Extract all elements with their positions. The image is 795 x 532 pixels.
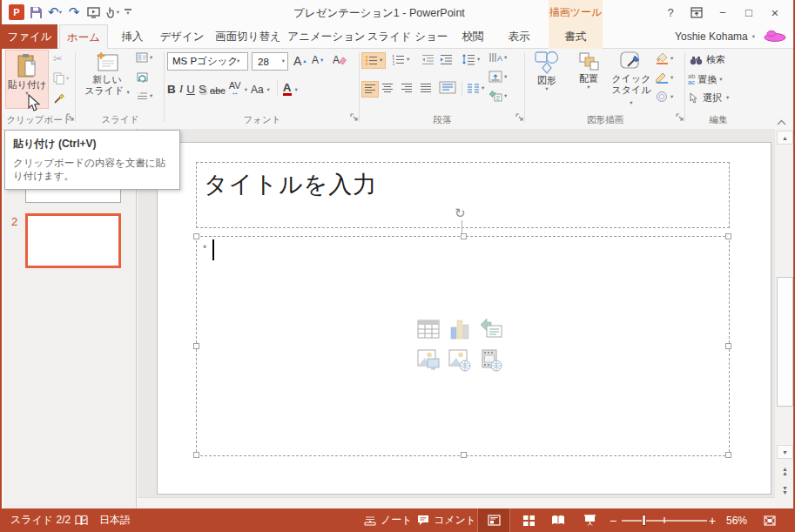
- slideshow-view-button[interactable]: [576, 508, 603, 532]
- resize-handle-mid-right[interactable]: [725, 343, 731, 349]
- section-button[interactable]: ▾: [136, 91, 152, 101]
- select-button[interactable]: 選択 ▾: [690, 92, 729, 104]
- tab-design[interactable]: デザイン: [155, 24, 209, 49]
- insert-table-icon[interactable]: [416, 317, 441, 341]
- scroll-down-button[interactable]: ▼: [777, 445, 793, 459]
- resize-handle-top-right[interactable]: [725, 233, 731, 239]
- font-name-combo[interactable]: MS Pゴシック 本文 ▾: [167, 52, 248, 71]
- close-button[interactable]: ×: [764, 3, 786, 21]
- resize-handle-bottom-left[interactable]: [193, 452, 199, 458]
- copy-button[interactable]: ▾: [53, 72, 69, 84]
- slide-indicator[interactable]: スライド 2/2: [10, 508, 71, 532]
- spell-check-icon[interactable]: [75, 508, 88, 532]
- powerpoint-logo-icon[interactable]: P: [7, 3, 26, 21]
- rotate-handle-icon[interactable]: ↻: [455, 205, 466, 221]
- resize-handle-top-center[interactable]: [461, 233, 467, 239]
- align-right-button[interactable]: [401, 83, 413, 94]
- justify-button[interactable]: [420, 83, 432, 94]
- maximize-button[interactable]: □: [738, 3, 760, 21]
- scrollbar-thumb[interactable]: [777, 277, 793, 407]
- font-size-combo[interactable]: 28 ▾: [252, 52, 288, 71]
- increase-indent-button[interactable]: [440, 54, 453, 65]
- resize-handle-top-left[interactable]: [193, 233, 199, 239]
- zoom-slider-thumb[interactable]: [642, 515, 646, 526]
- zoom-level[interactable]: 56%: [726, 508, 747, 532]
- text-direction-button[interactable]: A ▾: [488, 51, 507, 64]
- slide-canvas[interactable]: タイトルを入力 ↻ •: [157, 142, 771, 495]
- insert-chart-icon[interactable]: [448, 317, 472, 341]
- align-text-button[interactable]: ▾: [488, 71, 507, 83]
- character-spacing-button[interactable]: AV↔: [229, 82, 241, 96]
- next-slide-button[interactable]: ▼▼: [782, 486, 788, 495]
- undo-icon[interactable]: ↶▾: [45, 3, 64, 21]
- clipboard-dialog-launcher-icon[interactable]: [66, 109, 74, 125]
- bullets-button[interactable]: ▾: [361, 52, 386, 69]
- cut-button[interactable]: ✂: [53, 52, 63, 65]
- numbering-button[interactable]: ▾: [392, 54, 409, 65]
- quick-styles-button[interactable]: クイック スタイル ▾: [611, 51, 651, 111]
- slide-sorter-view-button[interactable]: [515, 508, 542, 532]
- shape-effects-button[interactable]: ▾: [655, 91, 673, 103]
- font-size-caret-icon[interactable]: ▾: [282, 58, 285, 64]
- font-dialog-launcher-icon[interactable]: [350, 109, 358, 125]
- format-painter-button[interactable]: [53, 92, 65, 104]
- layout-button[interactable]: ▾: [136, 52, 152, 63]
- new-slide-button[interactable]: 新しい スライド ▾: [82, 50, 132, 112]
- zoom-out-button[interactable]: −: [610, 508, 616, 532]
- qat-customize-icon[interactable]: ▾: [122, 3, 134, 21]
- tab-review[interactable]: 校閲: [449, 24, 496, 49]
- fit-slide-to-window-button[interactable]: [763, 508, 777, 532]
- shape-outline-button[interactable]: ▾: [655, 71, 673, 84]
- paragraph-dialog-launcher-icon[interactable]: [515, 109, 523, 125]
- tab-animations[interactable]: アニメーション: [287, 24, 366, 49]
- text-shadow-button[interactable]: S: [199, 83, 206, 96]
- strikethrough-button[interactable]: abc: [210, 85, 226, 96]
- notes-button[interactable]: ノート: [364, 508, 413, 532]
- resize-handle-bottom-right[interactable]: [725, 452, 731, 458]
- convert-to-smartart-button[interactable]: ▾: [488, 90, 507, 102]
- shapes-button[interactable]: 図形 ▾: [528, 51, 566, 111]
- tab-slideshow[interactable]: スライド ショー: [366, 24, 449, 49]
- bold-button[interactable]: B: [167, 83, 176, 96]
- font-name-caret-icon[interactable]: ▾: [237, 58, 239, 64]
- vertical-scrollbar[interactable]: ▲ ▼ ▲▲ ▼▼: [775, 129, 795, 508]
- shape-fill-button[interactable]: ▾: [655, 52, 673, 64]
- font-color-caret-icon[interactable]: ▾: [295, 87, 298, 93]
- tab-home[interactable]: ホーム: [59, 24, 108, 50]
- insert-picture-icon[interactable]: [416, 348, 441, 373]
- reading-view-button[interactable]: [545, 508, 571, 532]
- find-button[interactable]: 検索: [690, 54, 725, 65]
- tab-file[interactable]: ファイル: [2, 24, 57, 49]
- start-slideshow-icon[interactable]: [84, 3, 103, 21]
- redo-icon[interactable]: ↷: [64, 3, 84, 21]
- collapse-ribbon-icon[interactable]: [777, 113, 786, 129]
- align-center-button[interactable]: [381, 83, 394, 94]
- previous-slide-button[interactable]: ▲▲: [782, 467, 788, 475]
- touch-mode-icon[interactable]: ▾: [103, 3, 122, 21]
- align-left-button[interactable]: [361, 81, 379, 98]
- tab-format[interactable]: 書式: [549, 24, 603, 49]
- save-icon[interactable]: [26, 3, 45, 21]
- underline-button[interactable]: U: [186, 83, 195, 96]
- tab-insert[interactable]: 挿入: [110, 24, 155, 49]
- insert-smartart-icon[interactable]: [479, 317, 503, 341]
- tab-transitions[interactable]: 画面切り替え: [209, 24, 287, 49]
- replace-button[interactable]: abac 置換 ▾: [688, 73, 723, 85]
- language-indicator[interactable]: 日本語: [99, 508, 131, 532]
- horizontal-scrollbar[interactable]: [138, 497, 775, 508]
- grow-font-button[interactable]: A▴: [293, 54, 307, 68]
- italic-button[interactable]: I: [179, 82, 184, 96]
- clear-formatting-button[interactable]: A: [333, 53, 347, 66]
- resize-handle-mid-left[interactable]: [193, 343, 199, 349]
- distribute-text-button[interactable]: [439, 81, 456, 94]
- content-placeholder[interactable]: •: [196, 236, 730, 456]
- shrink-font-button[interactable]: A▾: [312, 54, 323, 66]
- user-account[interactable]: Yoshie Kohama ▾: [675, 24, 755, 49]
- ribbon-display-options-button[interactable]: [685, 3, 708, 21]
- tab-view[interactable]: 表示: [496, 24, 542, 49]
- insert-online-picture-icon[interactable]: [448, 348, 472, 373]
- minimize-button[interactable]: −: [711, 3, 734, 21]
- change-case-button[interactable]: Aa: [251, 84, 264, 96]
- font-color-button[interactable]: A: [283, 83, 292, 96]
- decrease-indent-button[interactable]: [421, 54, 435, 65]
